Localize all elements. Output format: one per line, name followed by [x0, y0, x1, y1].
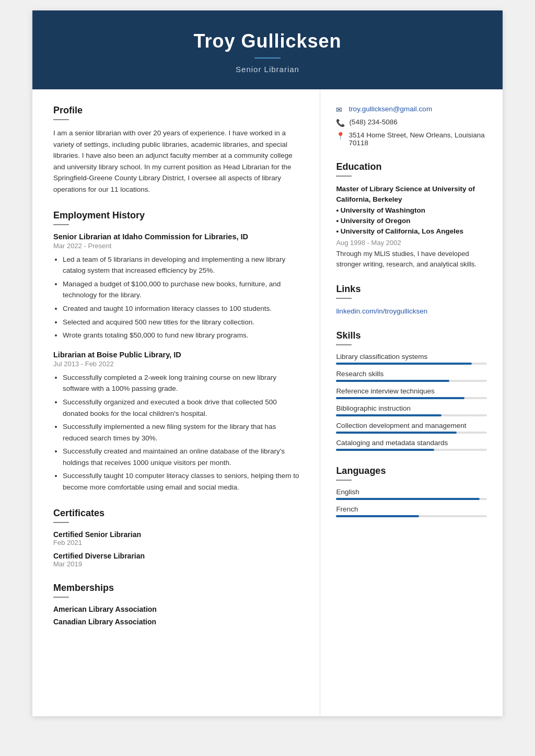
list-item: Created and taught 10 information litera…	[63, 303, 301, 315]
job-1-bullets: Led a team of 5 librarians in developing…	[53, 254, 301, 341]
linkedin-link-item: linkedin.com/in/troygullicksen	[336, 306, 487, 316]
linkedin-link[interactable]: linkedin.com/in/troygullicksen	[336, 307, 427, 315]
list-item: Managed a budget of $100,000 to purchase…	[63, 278, 301, 301]
cert-1-date: Feb 2021	[53, 539, 301, 546]
profile-section: Profile I am a senior librarian with ove…	[53, 105, 301, 195]
employment-title: Employment History	[53, 210, 301, 221]
skill-label: Bibliographic instruction	[336, 404, 487, 412]
cert-2: Certified Diverse Librarian Mar 2019	[53, 552, 301, 568]
edu-school-1: • University of Washington	[336, 206, 425, 214]
profile-title: Profile	[53, 105, 301, 116]
phone-item: 📞 (548) 234-5086	[336, 118, 487, 127]
address-text: 3514 Home Street, New Orleans, Louisiana…	[348, 131, 487, 147]
address-item: 📍 3514 Home Street, New Orleans, Louisia…	[336, 131, 487, 147]
skill-label: Library classification systems	[336, 353, 487, 360]
skill-bar-fill	[336, 449, 434, 451]
profile-text: I am a senior librarian with over 20 yea…	[53, 127, 301, 195]
contact-section: ✉ troy.gullicksen@gmail.com 📞 (548) 234-…	[336, 105, 487, 147]
certificates-divider	[53, 522, 69, 523]
education-section: Education Master of Library Science at U…	[336, 161, 487, 269]
candidate-name: Troy Gullicksen	[53, 30, 482, 52]
email-link[interactable]: troy.gullicksen@gmail.com	[348, 105, 432, 113]
job-2: Librarian at Boise Public Library, ID Ju…	[53, 351, 301, 493]
job-2-title: Librarian at Boise Public Library, ID	[53, 351, 301, 359]
job-2-bullets: Successfully completed a 2-week long tra…	[53, 372, 301, 493]
phone-icon: 📞	[336, 119, 345, 127]
skills-list: Library classification systems Research …	[336, 353, 487, 451]
edu-date: Aug 1998 - May 2002	[336, 239, 487, 247]
languages-divider	[336, 480, 352, 481]
skills-section: Skills Library classification systems Re…	[336, 330, 487, 451]
right-column: ✉ troy.gullicksen@gmail.com 📞 (548) 234-…	[320, 89, 503, 716]
profile-divider	[53, 119, 69, 120]
member-1: American Library Association	[53, 605, 301, 613]
skill-label: Reference interview techniques	[336, 387, 487, 395]
list-item: Successfully organized and executed a bo…	[63, 397, 301, 419]
skill-item: Cataloging and metadata standards	[336, 439, 487, 451]
edu-degree-text: Master of Library Science at University …	[336, 185, 475, 203]
skill-bar-background	[336, 363, 487, 365]
skill-bar-fill	[336, 363, 472, 365]
email-icon: ✉	[336, 106, 344, 114]
skill-bar-background	[336, 449, 487, 451]
skill-label: Collection development and management	[336, 422, 487, 429]
skill-bar-fill	[336, 397, 464, 399]
education-divider	[336, 176, 352, 177]
memberships-section: Memberships American Library Association…	[53, 583, 301, 626]
memberships-divider	[53, 597, 69, 598]
language-label: English	[336, 488, 487, 496]
language-label: French	[336, 505, 487, 513]
languages-list: English French	[336, 488, 487, 517]
edu-description: Through my MLIS studies, I have develope…	[336, 249, 487, 269]
left-column: Profile I am a senior librarian with ove…	[32, 89, 320, 716]
skill-label: Research skills	[336, 370, 487, 378]
resume-container: Troy Gullicksen Senior Librarian Profile…	[32, 10, 503, 716]
cert-1-name: Certified Senior Librarian	[53, 530, 301, 539]
list-item: Successfully completed a 2-week long tra…	[63, 372, 301, 394]
skill-bar-fill	[336, 414, 441, 416]
skill-item: Research skills	[336, 370, 487, 382]
languages-title: Languages	[336, 466, 487, 476]
job-2-date: Jul 2013 - Feb 2022	[53, 360, 301, 368]
links-title: Links	[336, 284, 487, 295]
links-divider	[336, 298, 352, 299]
job-1: Senior Librarian at Idaho Commission for…	[53, 232, 301, 341]
list-item: Successfully taught 10 computer literacy…	[63, 470, 301, 493]
language-bar-background	[336, 498, 487, 500]
edu-degree: Master of Library Science at University …	[336, 184, 487, 237]
skill-bar-background	[336, 432, 487, 434]
employment-section: Employment History Senior Librarian at I…	[53, 210, 301, 493]
list-item: Successfully created and maintained an o…	[63, 446, 301, 468]
education-title: Education	[336, 161, 487, 172]
header-divider	[254, 57, 281, 59]
email-item: ✉ troy.gullicksen@gmail.com	[336, 105, 487, 114]
language-bar-background	[336, 515, 487, 517]
location-icon: 📍	[336, 132, 344, 140]
skill-item: Reference interview techniques	[336, 387, 487, 399]
list-item: Led a team of 5 librarians in developing…	[63, 254, 301, 276]
job-1-date: Mar 2022 - Present	[53, 242, 301, 250]
skill-item: Library classification systems	[336, 353, 487, 365]
list-item: Selected and acquired 500 new titles for…	[63, 317, 301, 328]
language-bar-fill	[336, 498, 479, 500]
skills-divider	[336, 344, 352, 345]
language-bar-fill	[336, 515, 419, 517]
edu-school-3: • University of California, Los Angeles	[336, 227, 463, 235]
cert-2-date: Mar 2019	[53, 560, 301, 568]
phone-text: (548) 234-5086	[349, 118, 397, 126]
candidate-title: Senior Librarian	[53, 65, 482, 74]
skill-label: Cataloging and metadata standards	[336, 439, 487, 447]
skill-bar-fill	[336, 432, 457, 434]
member-2: Canadian Library Association	[53, 618, 301, 626]
list-item: Successfully implemented a new filing sy…	[63, 421, 301, 444]
skill-bar-background	[336, 397, 487, 399]
language-item: French	[336, 505, 487, 517]
skill-bar-background	[336, 380, 487, 382]
resume-body: Profile I am a senior librarian with ove…	[32, 89, 503, 716]
certificates-title: Certificates	[53, 508, 301, 519]
memberships-title: Memberships	[53, 583, 301, 594]
language-item: English	[336, 488, 487, 500]
certificates-section: Certificates Certified Senior Librarian …	[53, 508, 301, 568]
skill-bar-background	[336, 414, 487, 416]
edu-school-2: • University of Oregon	[336, 217, 410, 225]
